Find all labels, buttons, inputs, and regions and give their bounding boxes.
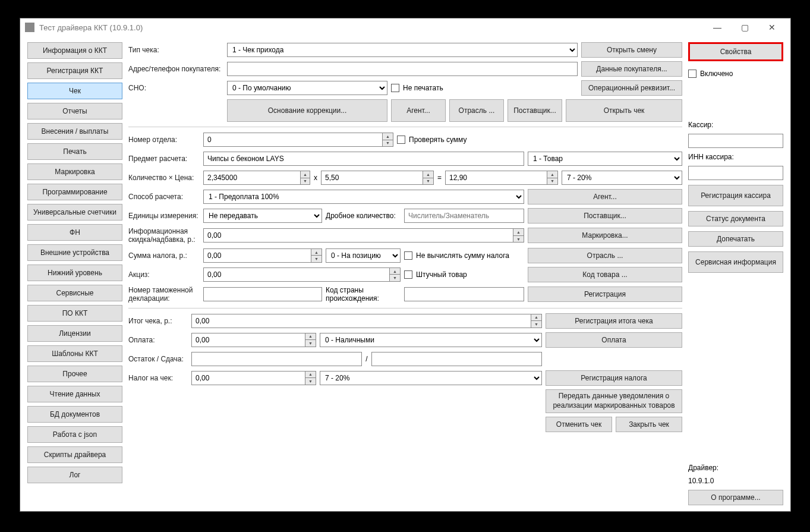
units-label: Единицы измерения: — [128, 212, 200, 220]
tax-on-check-type-select[interactable]: 7 - 20% — [320, 371, 542, 385]
tax-sum-input[interactable]: ▲▼ — [203, 248, 322, 263]
sidebar-item[interactable]: Внесения / выплаты — [27, 123, 122, 140]
sidebar-item[interactable]: Внешние устройства — [27, 244, 122, 261]
check-sum-checkbox[interactable] — [397, 136, 405, 144]
sidebar-item[interactable]: ПО ККТ — [27, 305, 122, 322]
origin-country-input[interactable] — [404, 287, 524, 301]
reprint-button[interactable]: Допечатать — [688, 231, 783, 247]
sidebar-item[interactable]: ФН — [27, 224, 122, 241]
customs-decl-label: Номер таможенной декларации: — [128, 286, 200, 303]
app-icon — [25, 23, 34, 32]
no-calc-tax-label: Не вычислять сумму налога — [416, 251, 509, 260]
do-not-print-checkbox[interactable] — [391, 84, 399, 92]
tax-mode-select[interactable]: 0 - На позицию — [326, 248, 401, 263]
item-industry-button[interactable]: Отрасль ... — [528, 248, 682, 263]
buyer-address-input[interactable] — [227, 62, 578, 76]
main-window: Тест драйвера ККТ (10.9.1.0) — ▢ ✕ Инфор… — [20, 18, 791, 512]
register-cashier-button[interactable]: Регистрация кассира — [688, 185, 783, 206]
item-name-input[interactable] — [203, 152, 524, 166]
buyer-address-label: Адрес/телефон покупателя: — [128, 65, 223, 73]
check-total-input[interactable]: ▲▼ — [191, 314, 542, 328]
maximize-button[interactable]: ▢ — [731, 18, 758, 36]
cashier-inn-input[interactable] — [688, 166, 783, 180]
sidebar-item[interactable]: Универсальные счетчики — [27, 204, 122, 221]
minimize-button[interactable]: — — [704, 18, 731, 36]
no-calc-tax-checkbox[interactable] — [404, 251, 412, 260]
payment-label: Оплата: — [128, 336, 188, 344]
sidebar-item[interactable]: Регистрация ККТ — [27, 62, 122, 79]
sidebar-item[interactable]: Прочее — [27, 366, 122, 382]
price-input[interactable]: ▲▼ — [321, 171, 434, 185]
tax-on-check-input[interactable]: ▲▼ — [191, 371, 316, 385]
change-input[interactable] — [371, 352, 542, 366]
item-code-button[interactable]: Код товара ... — [528, 267, 682, 282]
excise-input[interactable]: ▲▼ — [203, 267, 401, 282]
tax-on-check-label: Налог на чек: — [128, 374, 188, 382]
check-sum-label: Проверять сумму — [409, 136, 467, 144]
payment-method-label: Способ расчета: — [128, 193, 200, 201]
item-agent-button[interactable]: Агент... — [528, 189, 682, 204]
open-shift-button[interactable]: Открыть смену — [581, 42, 682, 58]
check-total-label: Итог чека, р.: — [128, 317, 188, 325]
department-label: Номер отдела: — [128, 136, 200, 144]
payment-input[interactable]: ▲▼ — [191, 333, 316, 347]
correction-base-button[interactable]: Основание коррекции... — [227, 99, 387, 122]
total-input[interactable]: ▲▼ — [445, 171, 558, 185]
units-select[interactable]: Не передавать — [203, 209, 322, 223]
sidebar-item[interactable]: Лицензии — [27, 325, 122, 342]
discount-input[interactable]: ▲▼ — [203, 228, 524, 243]
quantity-input[interactable]: ▲▼ — [203, 171, 310, 185]
sidebar-item[interactable]: Скрипты драйвера — [27, 446, 122, 463]
sidebar-item[interactable]: Программирование — [27, 184, 122, 200]
sidebar-item[interactable]: Печать — [27, 143, 122, 160]
open-check-button[interactable]: Открыть чек — [566, 99, 682, 122]
fractional-qty-input[interactable] — [404, 209, 524, 223]
close-button[interactable]: ✕ — [758, 18, 786, 36]
check-type-label: Тип чека: — [128, 46, 223, 54]
item-supplier-button[interactable]: Поставщик... — [528, 208, 682, 223]
sidebar-item[interactable]: Маркировка — [27, 163, 122, 180]
reg-tax-button[interactable]: Регистрация налога — [546, 370, 682, 386]
cancel-check-button[interactable]: Отменить чек — [546, 417, 612, 432]
sno-select[interactable]: 0 - По умолчанию — [227, 81, 387, 95]
industry-button[interactable]: Отрасль ... — [449, 99, 504, 122]
tax-rate-select[interactable]: 7 - 20% — [562, 171, 682, 185]
agent-button[interactable]: Агент... — [391, 99, 446, 122]
properties-button[interactable]: Свойства — [688, 42, 783, 61]
sidebar-item[interactable]: Лог — [27, 467, 122, 483]
item-label: Предмет расчета: — [128, 155, 200, 163]
sidebar-item[interactable]: Сервисные — [27, 285, 122, 301]
origin-country-label: Код страны происхождения: — [326, 286, 401, 303]
payment-method-select[interactable]: 1 - Предоплата 100% — [203, 190, 524, 204]
reg-check-total-button[interactable]: Регистрация итога чека — [546, 313, 682, 329]
item-type-select[interactable]: 1 - Товар — [528, 152, 682, 166]
sidebar-item[interactable]: Нижний уровень — [27, 265, 122, 281]
send-marked-data-button[interactable]: Передать данные уведомления о реализации… — [546, 389, 682, 413]
cashier-inn-label: ИНН кассира: — [688, 153, 783, 161]
sidebar-item[interactable]: Шаблоны ККТ — [27, 345, 122, 362]
check-type-select[interactable]: 1 - Чек прихода — [227, 43, 578, 57]
remainder-input[interactable] — [191, 352, 362, 366]
sidebar-item[interactable]: Отчеты — [27, 103, 122, 119]
service-info-button[interactable]: Сервисная информация — [688, 251, 783, 273]
sidebar-item[interactable]: БД документов — [27, 406, 122, 423]
sidebar-item[interactable]: Работа с json — [27, 426, 122, 443]
document-status-button[interactable]: Статус документа — [688, 211, 783, 226]
registration-button[interactable]: Регистрация — [528, 287, 682, 302]
department-input[interactable]: ▲▼ — [203, 133, 393, 147]
operational-requisite-button[interactable]: Операционный реквизит... — [581, 80, 682, 96]
sidebar-item[interactable]: Чек — [27, 83, 122, 99]
about-button[interactable]: О программе... — [688, 490, 783, 505]
sidebar-item[interactable]: Чтение данных — [27, 386, 122, 402]
sidebar-item[interactable]: Информация о ККТ — [27, 42, 122, 59]
enabled-checkbox[interactable] — [688, 70, 696, 78]
buyer-data-button[interactable]: Данные покупателя... — [581, 61, 682, 77]
customs-decl-input[interactable] — [203, 287, 322, 301]
supplier-button[interactable]: Поставщик... — [508, 99, 562, 122]
marking-button[interactable]: Маркировка... — [528, 228, 682, 243]
piece-item-checkbox[interactable] — [404, 270, 412, 279]
cashier-input[interactable] — [688, 134, 783, 148]
payment-type-select[interactable]: 0 - Наличными — [320, 333, 542, 347]
close-check-button[interactable]: Закрыть чек — [616, 417, 682, 432]
payment-button[interactable]: Оплата — [546, 332, 682, 348]
